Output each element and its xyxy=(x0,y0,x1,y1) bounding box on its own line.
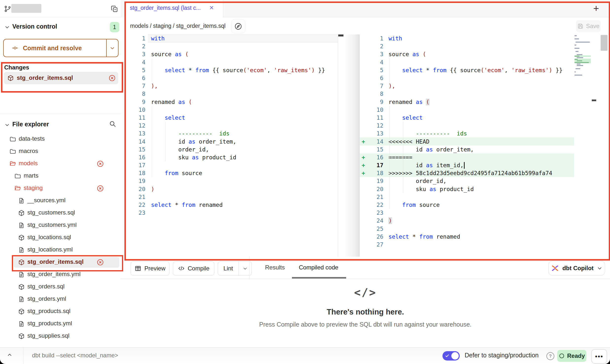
code-line-2[interactable]: 2 xyxy=(360,42,574,50)
code-line-3[interactable]: 3source as ( xyxy=(124,50,338,58)
tree-item-macros[interactable]: macros xyxy=(0,145,121,158)
search-icon[interactable] xyxy=(109,120,116,128)
code-line-6[interactable]: 6 xyxy=(360,74,574,82)
lint-split-button[interactable]: Lint xyxy=(218,261,252,276)
chevron-down-icon[interactable] xyxy=(4,24,10,30)
code-line-2[interactable]: 2 xyxy=(124,42,338,50)
code-line-21[interactable]: 21 xyxy=(124,193,338,201)
tab-close-icon[interactable]: × xyxy=(209,3,214,12)
file-explorer-section-header[interactable]: File explorer xyxy=(0,119,121,131)
code-line-8[interactable]: 8 xyxy=(124,90,338,98)
code-line-7[interactable]: 7), xyxy=(124,82,338,90)
tree-item-stg_locations.sql[interactable]: stg_locations.sql xyxy=(0,232,121,244)
code-line-9[interactable]: 9renamed as ( xyxy=(124,98,338,106)
ready-status-badge[interactable]: Ready xyxy=(557,350,586,362)
code-line-25[interactable]: 25 xyxy=(360,225,574,233)
code-line-24[interactable]: 24) xyxy=(360,217,574,225)
code-line-13[interactable]: 13 ---------- ids xyxy=(124,130,338,137)
code-line-17[interactable]: +17 id as item_id, xyxy=(360,161,574,169)
code-line-3[interactable]: 3source as ( xyxy=(360,50,574,58)
changes-file-row[interactable]: stg_order_items.sql xyxy=(4,72,118,84)
code-line-11[interactable]: 11 select xyxy=(360,114,574,122)
version-control-section-header[interactable]: Version control 1 xyxy=(0,21,121,33)
code-line-13[interactable]: 13 ---------- ids xyxy=(360,130,574,137)
right-pane-scrollbar[interactable] xyxy=(601,35,608,51)
commit-options-dropdown[interactable] xyxy=(106,39,118,57)
discard-change-icon[interactable] xyxy=(97,259,104,266)
code-line-17[interactable]: 17 xyxy=(124,161,338,169)
tree-item-stg_orders.yml[interactable]: stg_orders.yml xyxy=(0,293,121,305)
code-line-16[interactable]: 16 sku as product_id xyxy=(124,153,338,161)
code-line-5[interactable]: 5 select * from {{ source('ecom', 'raw_i… xyxy=(124,66,338,74)
tab-compiled-code[interactable]: Compiled code xyxy=(299,264,338,271)
more-options-button[interactable]: ••• xyxy=(591,349,607,364)
help-icon[interactable]: ? xyxy=(546,352,554,360)
code-line-14[interactable]: 14 id as order_item, xyxy=(124,137,338,145)
commit-and-resolve-main[interactable]: Commit and resolve xyxy=(4,39,106,57)
code-line-12[interactable]: 12 xyxy=(124,122,338,130)
code-line-12[interactable]: 12 xyxy=(360,122,574,130)
code-line-10[interactable]: 10 xyxy=(124,106,338,114)
code-line-19[interactable]: 19 order_id, xyxy=(360,177,574,185)
tree-item-stg_orders.sql[interactable]: stg_orders.sql xyxy=(0,281,121,293)
dbt-copilot-button[interactable]: dbt Copilot xyxy=(548,261,605,276)
preview-button[interactable]: Preview xyxy=(131,261,169,276)
code-line-9[interactable]: 9renamed as ( xyxy=(360,98,574,106)
tree-item-__sources.yml[interactable]: __sources.yml xyxy=(0,195,121,207)
code-line-26[interactable]: 26select * from renamed xyxy=(360,233,574,241)
code-line-23[interactable]: 23 xyxy=(360,209,574,217)
code-line-23[interactable]: 23 xyxy=(124,209,338,217)
diff-left-pane[interactable]: 1with23source as (45 select * from {{ so… xyxy=(124,34,338,257)
tree-item-stg_supplies.sql[interactable]: stg_supplies.sql xyxy=(0,330,121,342)
diff-right-pane[interactable]: 1with23source as (45 select * from {{ so… xyxy=(360,34,574,257)
lineage-icon[interactable] xyxy=(231,19,245,33)
code-line-20[interactable]: 20) xyxy=(124,185,338,193)
code-line-19[interactable]: 19 xyxy=(124,177,338,185)
code-line-4[interactable]: 4 xyxy=(124,58,338,66)
minimap[interactable] xyxy=(575,35,591,78)
code-line-18[interactable]: 18 from source xyxy=(124,169,338,177)
tree-item-marts[interactable]: marts xyxy=(0,170,121,182)
code-line-15[interactable]: 15 id as order_item, xyxy=(360,146,574,153)
tree-item-stg_locations.yml[interactable]: stg_locations.yml xyxy=(0,244,121,256)
code-line-27[interactable]: 27 xyxy=(360,241,574,248)
save-button[interactable]: Save xyxy=(576,20,601,32)
code-line-4[interactable]: 4 xyxy=(360,58,574,66)
code-line-7[interactable]: 7), xyxy=(360,82,574,90)
tree-item-models[interactable]: models xyxy=(0,158,121,170)
tree-item-stg_customers.yml[interactable]: stg_customers.yml xyxy=(0,219,121,232)
code-line-14[interactable]: +14<<<<<<< HEAD xyxy=(360,137,574,145)
code-line-16[interactable]: +16======= xyxy=(360,153,574,161)
code-line-1[interactable]: 1with xyxy=(360,34,574,42)
discard-change-icon[interactable] xyxy=(97,185,104,192)
code-line-6[interactable]: 6 xyxy=(124,74,338,82)
tree-item-stg_products.sql[interactable]: stg_products.sql xyxy=(0,305,121,318)
code-line-10[interactable]: 10 xyxy=(360,106,574,114)
defer-toggle[interactable] xyxy=(442,351,460,361)
tab-results[interactable]: Results xyxy=(265,264,285,271)
code-line-8[interactable]: 8 xyxy=(360,90,574,98)
compile-button[interactable]: Compile xyxy=(173,261,214,276)
code-line-22[interactable]: 22 from source xyxy=(360,201,574,209)
new-tab-button[interactable]: + xyxy=(593,3,599,14)
tab-stg-order-items[interactable]: stg_order_items.sql (last c... × xyxy=(124,0,223,17)
discard-change-icon[interactable] xyxy=(97,160,104,167)
discard-change-icon[interactable] xyxy=(108,74,116,82)
tree-item-stg_products.yml[interactable]: stg_products.yml xyxy=(0,318,121,330)
code-line-5[interactable]: 5 select * from {{ source('ecom', 'raw_i… xyxy=(360,66,574,74)
tree-item-stg_order_items.yml[interactable]: stg_order_items.yml xyxy=(0,268,121,281)
command-input[interactable]: dbt build --select <model_name> xyxy=(32,352,118,359)
left-pane-scrollbar[interactable] xyxy=(338,34,343,36)
code-line-15[interactable]: 15 order_id, xyxy=(124,146,338,153)
collapse-chevron-icon[interactable] xyxy=(6,352,13,358)
code-line-20[interactable]: 20 sku as product_id xyxy=(360,185,574,193)
code-line-1[interactable]: 1with xyxy=(124,34,338,42)
lint-button[interactable]: Lint xyxy=(218,262,238,275)
tree-item-stg_order_items.sql[interactable]: stg_order_items.sql xyxy=(0,256,121,268)
tree-item-stg_customers.sql[interactable]: stg_customers.sql xyxy=(0,207,121,219)
copy-icon[interactable] xyxy=(110,5,118,13)
chevron-down-icon[interactable] xyxy=(4,122,10,128)
code-line-11[interactable]: 11 select xyxy=(124,114,338,122)
tree-item-staging[interactable]: staging xyxy=(0,182,121,195)
code-line-21[interactable]: 21 xyxy=(360,193,574,201)
